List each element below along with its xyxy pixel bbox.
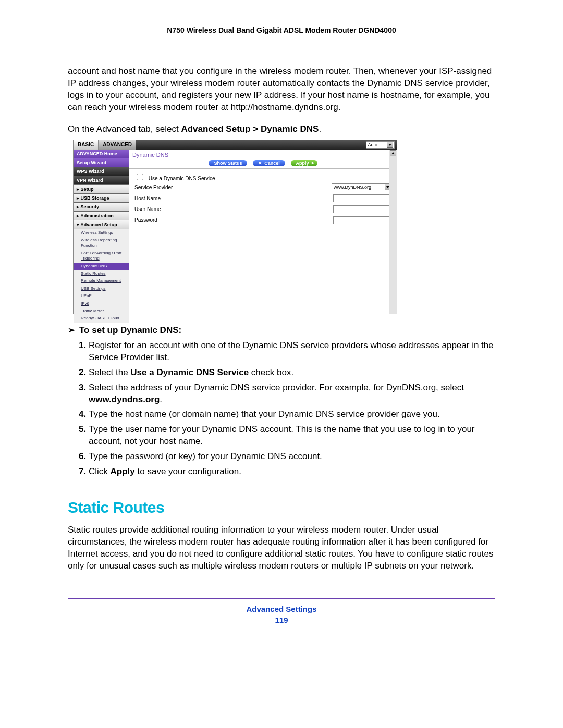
tab-basic[interactable]: BASIC — [74, 140, 99, 150]
sidebar-sub-traffic-meter[interactable]: Traffic Meter — [74, 307, 129, 315]
procedure-title: To set up Dynamic DNS: — [79, 325, 181, 335]
host-name-input[interactable] — [333, 194, 391, 202]
sidebar-item-advanced-setup[interactable]: ▾ Advanced Setup — [74, 220, 129, 229]
service-provider-label: Service Provider — [134, 184, 173, 190]
sidebar-sub-ipv6[interactable]: IPv6 — [74, 300, 129, 307]
procedure-heading: ➢To set up Dynamic DNS: — [68, 325, 495, 336]
sidebar-sub-wireless-settings[interactable]: Wireless Settings — [74, 229, 129, 237]
sidebar-sub-port-forwarding[interactable]: Port Forwarding / Port Triggering — [74, 250, 129, 263]
tab-advanced[interactable]: ADVANCED — [99, 140, 136, 150]
step-2: Select the Use a Dynamic DNS Service che… — [89, 367, 495, 379]
sidebar-sub-static-routes[interactable]: Static Routes — [74, 270, 129, 277]
user-name-input[interactable] — [333, 205, 391, 213]
sidebar: ADVANCED Home Setup Wizard WPS Wizard VP… — [74, 150, 129, 314]
static-routes-paragraph: Static routes provide additional routing… — [68, 524, 495, 572]
step-5: Type the user name for your Dynamic DNS … — [89, 424, 495, 448]
sidebar-item-security[interactable]: ▸ Security — [74, 203, 129, 212]
language-dropdown[interactable]: Auto — [366, 141, 395, 149]
use-ddns-label: Use a Dynamic DNS Service — [149, 176, 215, 181]
sidebar-sub-dynamic-dns[interactable]: Dynamic DNS — [74, 263, 129, 270]
chevron-down-icon — [387, 142, 393, 148]
document-title: N750 Wireless Dual Band Gigabit ADSL Mod… — [68, 26, 495, 34]
steps-list: Register for an account with one of the … — [89, 340, 495, 478]
step-6: Type the password (or key) for your Dyna… — [89, 451, 495, 463]
sidebar-sub-remote-management[interactable]: Remote Management — [74, 277, 129, 285]
step-7: Click Apply to save your configuration. — [89, 466, 495, 478]
footer-page-number: 119 — [68, 615, 495, 624]
sidebar-sub-upnp[interactable]: UPnP — [74, 292, 129, 300]
host-name-label: Host Name — [134, 195, 161, 201]
sidebar-sub-usb-settings[interactable]: USB Settings — [74, 285, 129, 292]
footer-section-label: Advanced Settings — [68, 604, 495, 613]
cancel-label: Cancel — [264, 161, 280, 166]
sidebar-sub-wireless-repeating[interactable]: Wireless Repeating Function — [74, 237, 129, 250]
button-row: Show Status ✕Cancel Apply — [129, 159, 397, 169]
scrollbar[interactable] — [389, 150, 397, 314]
use-ddns-checkbox[interactable] — [137, 174, 143, 180]
step-3: Select the address of your Dynamic DNS s… — [89, 382, 495, 406]
sidebar-item-vpn-wizard[interactable]: VPN Wizard — [74, 176, 129, 185]
content-panel: Dynamic DNS Show Status ✕Cancel Apply Us… — [129, 150, 397, 314]
router-ui-screenshot: BASIC ADVANCED Auto ADVANCED Home Setup … — [73, 140, 397, 314]
step-4: Type the host name (or domain name) that… — [89, 409, 495, 421]
nav-bold: Advanced Setup > Dynamic DNS — [181, 124, 319, 134]
sidebar-item-administration[interactable]: ▸ Administration — [74, 212, 129, 220]
step-1: Register for an account with one of the … — [89, 340, 495, 364]
sidebar-sub-readyshare[interactable]: ReadySHARE Cloud — [74, 315, 129, 322]
nav-pre: On the Advanced tab, select — [68, 124, 181, 134]
sidebar-item-usb-storage[interactable]: ▸ USB Storage — [74, 194, 129, 203]
service-provider-select[interactable]: www.DynDNS.org — [332, 183, 391, 191]
scroll-up-icon[interactable] — [390, 150, 396, 156]
panel-title: Dynamic DNS — [129, 150, 397, 159]
tabs-bar: BASIC ADVANCED Auto — [74, 140, 397, 150]
close-icon: ✕ — [258, 161, 262, 166]
show-status-button[interactable]: Show Status — [209, 160, 247, 166]
arrow-right-icon: ➢ — [68, 325, 75, 335]
sidebar-item-setup[interactable]: ▸ Setup — [74, 185, 129, 194]
nav-post: . — [319, 124, 321, 134]
cancel-button[interactable]: ✕Cancel — [253, 160, 285, 166]
password-label: Password — [134, 217, 157, 223]
password-input[interactable] — [333, 216, 391, 224]
nav-instruction: On the Advanced tab, select Advanced Set… — [68, 124, 495, 134]
sidebar-item-home[interactable]: ADVANCED Home — [74, 150, 129, 158]
service-provider-value: www.DynDNS.org — [334, 184, 371, 190]
sidebar-item-setup-wizard[interactable]: Setup Wizard — [74, 158, 129, 167]
use-ddns-row: Use a Dynamic DNS Service — [134, 172, 391, 182]
user-name-label: User Name — [134, 206, 161, 212]
language-value: Auto — [368, 142, 377, 147]
sidebar-item-wps-wizard[interactable]: WPS Wizard — [74, 167, 129, 176]
intro-paragraph: account and host name that you configure… — [68, 66, 495, 114]
apply-button[interactable]: Apply — [291, 160, 317, 166]
page-footer: Advanced Settings 119 — [68, 598, 495, 624]
section-heading-static-routes: Static Routes — [68, 499, 495, 516]
